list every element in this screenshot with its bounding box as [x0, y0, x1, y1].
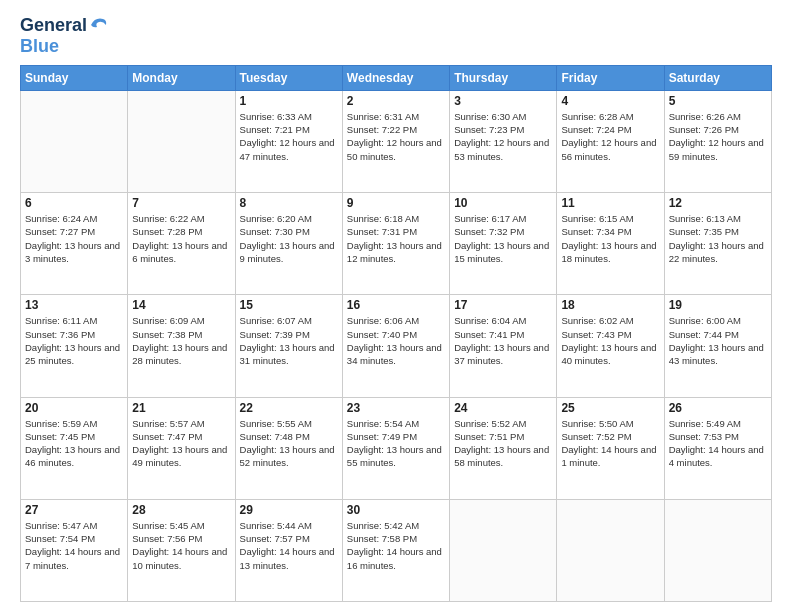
day-number: 30 [347, 503, 445, 517]
day-number: 14 [132, 298, 230, 312]
day-number: 3 [454, 94, 552, 108]
sun-info: Sunrise: 6:22 AMSunset: 7:28 PMDaylight:… [132, 212, 230, 265]
day-cell-3: 3Sunrise: 6:30 AMSunset: 7:23 PMDaylight… [450, 90, 557, 192]
day-number: 2 [347, 94, 445, 108]
col-header-friday: Friday [557, 65, 664, 90]
sun-info: Sunrise: 6:11 AMSunset: 7:36 PMDaylight:… [25, 314, 123, 367]
day-number: 7 [132, 196, 230, 210]
sun-info: Sunrise: 5:47 AMSunset: 7:54 PMDaylight:… [25, 519, 123, 572]
day-cell-11: 11Sunrise: 6:15 AMSunset: 7:34 PMDayligh… [557, 193, 664, 295]
sun-info: Sunrise: 5:50 AMSunset: 7:52 PMDaylight:… [561, 417, 659, 470]
sun-info: Sunrise: 6:06 AMSunset: 7:40 PMDaylight:… [347, 314, 445, 367]
day-cell-15: 15Sunrise: 6:07 AMSunset: 7:39 PMDayligh… [235, 295, 342, 397]
logo-text: General [20, 16, 87, 36]
calendar: SundayMondayTuesdayWednesdayThursdayFrid… [20, 65, 772, 602]
sun-info: Sunrise: 5:45 AMSunset: 7:56 PMDaylight:… [132, 519, 230, 572]
header: General Blue [20, 15, 772, 57]
col-header-saturday: Saturday [664, 65, 771, 90]
sun-info: Sunrise: 6:30 AMSunset: 7:23 PMDaylight:… [454, 110, 552, 163]
day-number: 28 [132, 503, 230, 517]
sun-info: Sunrise: 5:44 AMSunset: 7:57 PMDaylight:… [240, 519, 338, 572]
sun-info: Sunrise: 6:28 AMSunset: 7:24 PMDaylight:… [561, 110, 659, 163]
empty-cell [557, 499, 664, 601]
sun-info: Sunrise: 5:59 AMSunset: 7:45 PMDaylight:… [25, 417, 123, 470]
day-number: 15 [240, 298, 338, 312]
day-number: 19 [669, 298, 767, 312]
sun-info: Sunrise: 5:54 AMSunset: 7:49 PMDaylight:… [347, 417, 445, 470]
logo: General Blue [20, 15, 109, 57]
day-cell-25: 25Sunrise: 5:50 AMSunset: 7:52 PMDayligh… [557, 397, 664, 499]
calendar-row-3: 20Sunrise: 5:59 AMSunset: 7:45 PMDayligh… [21, 397, 772, 499]
day-number: 18 [561, 298, 659, 312]
day-cell-5: 5Sunrise: 6:26 AMSunset: 7:26 PMDaylight… [664, 90, 771, 192]
day-cell-24: 24Sunrise: 5:52 AMSunset: 7:51 PMDayligh… [450, 397, 557, 499]
sun-info: Sunrise: 5:57 AMSunset: 7:47 PMDaylight:… [132, 417, 230, 470]
day-number: 5 [669, 94, 767, 108]
sun-info: Sunrise: 6:31 AMSunset: 7:22 PMDaylight:… [347, 110, 445, 163]
day-number: 13 [25, 298, 123, 312]
sun-info: Sunrise: 5:49 AMSunset: 7:53 PMDaylight:… [669, 417, 767, 470]
calendar-row-1: 6Sunrise: 6:24 AMSunset: 7:27 PMDaylight… [21, 193, 772, 295]
empty-cell [21, 90, 128, 192]
day-number: 21 [132, 401, 230, 415]
sun-info: Sunrise: 6:24 AMSunset: 7:27 PMDaylight:… [25, 212, 123, 265]
day-cell-27: 27Sunrise: 5:47 AMSunset: 7:54 PMDayligh… [21, 499, 128, 601]
sun-info: Sunrise: 6:26 AMSunset: 7:26 PMDaylight:… [669, 110, 767, 163]
col-header-monday: Monday [128, 65, 235, 90]
day-cell-12: 12Sunrise: 6:13 AMSunset: 7:35 PMDayligh… [664, 193, 771, 295]
sun-info: Sunrise: 6:13 AMSunset: 7:35 PMDaylight:… [669, 212, 767, 265]
sun-info: Sunrise: 6:00 AMSunset: 7:44 PMDaylight:… [669, 314, 767, 367]
day-number: 22 [240, 401, 338, 415]
day-cell-13: 13Sunrise: 6:11 AMSunset: 7:36 PMDayligh… [21, 295, 128, 397]
logo-blue: Blue [20, 37, 109, 57]
day-number: 10 [454, 196, 552, 210]
day-number: 25 [561, 401, 659, 415]
day-number: 26 [669, 401, 767, 415]
day-cell-7: 7Sunrise: 6:22 AMSunset: 7:28 PMDaylight… [128, 193, 235, 295]
empty-cell [128, 90, 235, 192]
day-cell-9: 9Sunrise: 6:18 AMSunset: 7:31 PMDaylight… [342, 193, 449, 295]
day-cell-22: 22Sunrise: 5:55 AMSunset: 7:48 PMDayligh… [235, 397, 342, 499]
day-cell-23: 23Sunrise: 5:54 AMSunset: 7:49 PMDayligh… [342, 397, 449, 499]
day-number: 27 [25, 503, 123, 517]
sun-info: Sunrise: 5:52 AMSunset: 7:51 PMDaylight:… [454, 417, 552, 470]
sun-info: Sunrise: 5:42 AMSunset: 7:58 PMDaylight:… [347, 519, 445, 572]
sun-info: Sunrise: 5:55 AMSunset: 7:48 PMDaylight:… [240, 417, 338, 470]
sun-info: Sunrise: 6:09 AMSunset: 7:38 PMDaylight:… [132, 314, 230, 367]
day-number: 12 [669, 196, 767, 210]
col-header-wednesday: Wednesday [342, 65, 449, 90]
day-cell-30: 30Sunrise: 5:42 AMSunset: 7:58 PMDayligh… [342, 499, 449, 601]
day-number: 9 [347, 196, 445, 210]
day-number: 29 [240, 503, 338, 517]
sun-info: Sunrise: 6:18 AMSunset: 7:31 PMDaylight:… [347, 212, 445, 265]
day-number: 1 [240, 94, 338, 108]
day-cell-14: 14Sunrise: 6:09 AMSunset: 7:38 PMDayligh… [128, 295, 235, 397]
sun-info: Sunrise: 6:02 AMSunset: 7:43 PMDaylight:… [561, 314, 659, 367]
col-header-thursday: Thursday [450, 65, 557, 90]
sun-info: Sunrise: 6:04 AMSunset: 7:41 PMDaylight:… [454, 314, 552, 367]
day-cell-29: 29Sunrise: 5:44 AMSunset: 7:57 PMDayligh… [235, 499, 342, 601]
header-row: SundayMondayTuesdayWednesdayThursdayFrid… [21, 65, 772, 90]
day-cell-16: 16Sunrise: 6:06 AMSunset: 7:40 PMDayligh… [342, 295, 449, 397]
day-cell-17: 17Sunrise: 6:04 AMSunset: 7:41 PMDayligh… [450, 295, 557, 397]
empty-cell [450, 499, 557, 601]
sun-info: Sunrise: 6:07 AMSunset: 7:39 PMDaylight:… [240, 314, 338, 367]
sun-info: Sunrise: 6:17 AMSunset: 7:32 PMDaylight:… [454, 212, 552, 265]
day-number: 16 [347, 298, 445, 312]
day-number: 24 [454, 401, 552, 415]
col-header-sunday: Sunday [21, 65, 128, 90]
day-number: 11 [561, 196, 659, 210]
logo-icon [89, 15, 109, 35]
day-cell-21: 21Sunrise: 5:57 AMSunset: 7:47 PMDayligh… [128, 397, 235, 499]
day-cell-26: 26Sunrise: 5:49 AMSunset: 7:53 PMDayligh… [664, 397, 771, 499]
empty-cell [664, 499, 771, 601]
day-number: 23 [347, 401, 445, 415]
day-cell-20: 20Sunrise: 5:59 AMSunset: 7:45 PMDayligh… [21, 397, 128, 499]
day-cell-6: 6Sunrise: 6:24 AMSunset: 7:27 PMDaylight… [21, 193, 128, 295]
day-number: 20 [25, 401, 123, 415]
day-number: 6 [25, 196, 123, 210]
day-cell-19: 19Sunrise: 6:00 AMSunset: 7:44 PMDayligh… [664, 295, 771, 397]
sun-info: Sunrise: 6:20 AMSunset: 7:30 PMDaylight:… [240, 212, 338, 265]
day-cell-4: 4Sunrise: 6:28 AMSunset: 7:24 PMDaylight… [557, 90, 664, 192]
calendar-row-2: 13Sunrise: 6:11 AMSunset: 7:36 PMDayligh… [21, 295, 772, 397]
